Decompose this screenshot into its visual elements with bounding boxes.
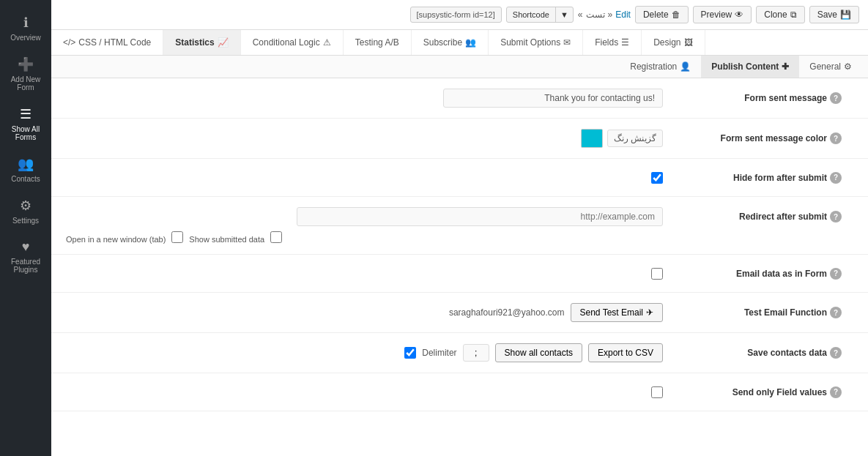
test-email-help[interactable]: ? [830, 307, 842, 318]
save-contacts-control: Delimiter Show all contacts Export to CS… [66, 343, 663, 362]
sidebar-item-overview[interactable]: ℹ Overview [0, 7, 51, 49]
save-contacts-label: Save contacts data ? [663, 347, 853, 359]
color-swatch[interactable] [581, 129, 603, 148]
gear-icon: ⚙ [844, 61, 852, 72]
envelope-icon: ✉ [563, 37, 571, 48]
test-email-label: Test Email Function ? [663, 307, 853, 318]
email-data-checkbox[interactable] [651, 268, 663, 280]
redirect-input[interactable] [297, 207, 663, 226]
row-test-email-function: saraghafouri921@yahoo.com Send Test Emai… [51, 293, 868, 333]
hide-form-checkbox[interactable] [651, 172, 663, 184]
form-sent-message-input[interactable] [443, 89, 663, 108]
sidebar-item-show-all-forms[interactable]: ☰ Show All Forms [0, 99, 51, 149]
tab-general[interactable]: General ⚙ [799, 56, 862, 78]
list-icon: ☰ [20, 106, 31, 122]
show-submitted-data-label: Show submitted data [189, 235, 264, 244]
tab-design[interactable]: Design 🖼 [642, 30, 705, 55]
chart-icon: 📈 [218, 37, 229, 48]
send-only-help[interactable]: ? [830, 386, 842, 398]
show-submitted-data-checkbox[interactable] [270, 231, 282, 243]
delimiter-input[interactable] [463, 344, 489, 362]
form-sent-message-color-label: Form sent message color ? [663, 132, 853, 144]
shortcode-dropdown[interactable]: Shortcode ▼ [506, 7, 574, 23]
trash-icon: 🗑 [672, 10, 680, 20]
form-sent-message-label: Form sent message ? [663, 92, 853, 104]
shortcode-value: [supsystic-form id=12] [410, 7, 502, 23]
email-data-label: Email data as in Form ? [663, 268, 853, 280]
delete-button[interactable]: Delete 🗑 [635, 6, 689, 23]
delimiter-label: Delimiter [422, 348, 456, 358]
redirect-help[interactable]: ? [830, 211, 842, 223]
tab-conditional-logic[interactable]: Conditional Logic ⚠ [241, 30, 344, 55]
fields-icon: ☰ [621, 37, 629, 48]
color-picker: گزینش رنگ [581, 129, 663, 148]
tab-subscribe[interactable]: Subscribe 👥 [412, 30, 489, 55]
form-sent-message-color-help[interactable]: ? [830, 132, 842, 144]
contacts-icon: 👥 [18, 156, 34, 172]
redirect-label: Redirect after submit ? [663, 211, 853, 223]
row-send-only-field-values: Send only Field values ? [51, 373, 868, 411]
email-controls: saraghafouri921@yahoo.com Send Test Emai… [449, 303, 663, 322]
redirect-wrapper [297, 207, 663, 226]
send-only-label: Send only Field values ? [663, 386, 853, 398]
main-content: [supsystic-form id=12] Shortcode ▼ « تست… [51, 0, 868, 456]
send-icon: ✈ [646, 307, 653, 318]
tab-publish-content[interactable]: Publish Content ✚ [701, 56, 799, 78]
secondary-tabs: Registration 👤 Publish Content ✚ General… [51, 56, 868, 78]
save-button[interactable]: Save 💾 [809, 6, 859, 23]
send-only-checkbox[interactable] [651, 386, 663, 398]
row-email-data-as-in-form: Email data as in Form ? [51, 255, 868, 293]
hide-form-help[interactable]: ? [830, 172, 842, 184]
test-email-value: saraghafouri921@yahoo.com [449, 307, 565, 318]
eye-icon: 👁 [735, 10, 743, 20]
tab-submit-options[interactable]: Submit Options ✉ [489, 30, 583, 55]
email-data-control [66, 268, 663, 280]
form-sent-message-control [66, 89, 663, 108]
tab-testing-ab[interactable]: Testing A/B [344, 30, 412, 55]
tab-css-html[interactable]: </> CSS / HTML Code [51, 30, 163, 55]
breadcrumb-separator2: » [608, 10, 613, 20]
user-icon: 👤 [680, 61, 691, 72]
row-hide-form-after-submit: Hide form after submit ? [51, 159, 868, 197]
save-contacts-checkbox[interactable] [404, 347, 416, 359]
form-sent-message-color-control: گزینش رنگ [66, 129, 663, 148]
email-data-help[interactable]: ? [830, 268, 842, 280]
save-contacts-help[interactable]: ? [830, 347, 842, 359]
hide-form-control [66, 172, 663, 184]
open-new-window-checkbox[interactable] [171, 231, 183, 243]
tab-statistics[interactable]: Statistics 📈 [163, 30, 240, 55]
sidebar-item-add-new-form[interactable]: ➕ Add New Form [0, 49, 51, 99]
row-redirect-after-submit: Redirect after submit ? Open in a new wi… [51, 197, 868, 255]
dropdown-arrow[interactable]: ▼ [555, 7, 573, 22]
sidebar-item-featured-plugins[interactable]: ♥ Featured Plugins [0, 232, 51, 281]
preview-button[interactable]: Preview 👁 [693, 6, 752, 23]
delimiter-row: Delimiter Show all contacts Export to CS… [404, 343, 663, 362]
sidebar-item-contacts[interactable]: 👥 Contacts [0, 149, 51, 190]
clone-button[interactable]: Clone ⧉ [756, 6, 804, 23]
form-sent-message-help[interactable]: ? [830, 92, 842, 104]
image-icon: 🖼 [684, 37, 693, 48]
test-email-control: saraghafouri921@yahoo.com Send Test Emai… [66, 303, 663, 322]
warning-icon: ⚠ [323, 37, 331, 48]
redirect-control [66, 207, 663, 226]
color-label[interactable]: گزینش رنگ [607, 130, 663, 147]
tab-registration[interactable]: Registration 👤 [620, 56, 701, 78]
settings-icon: ⚙ [20, 198, 31, 214]
send-test-email-button[interactable]: Send Test Email ✈ [571, 303, 664, 322]
form-settings-panel: Form sent message ? گزینش رنگ Form sent … [51, 78, 868, 456]
sidebar: ℹ Overview ➕ Add New Form ☰ Show All For… [0, 0, 51, 456]
row-form-sent-message: Form sent message ? [51, 78, 868, 119]
show-all-contacts-button[interactable]: Show all contacts [495, 343, 582, 362]
breadcrumb-separator: « [578, 10, 583, 20]
top-bar: [supsystic-form id=12] Shortcode ▼ « تست… [51, 0, 868, 30]
plus-icon2: ✚ [782, 61, 789, 72]
tab-fields[interactable]: Fields ☰ [583, 30, 642, 55]
send-only-control [66, 386, 663, 398]
export-csv-button[interactable]: Export to CSV [588, 343, 663, 362]
copy-icon: ⧉ [790, 10, 797, 20]
sidebar-item-settings[interactable]: ⚙ Settings [0, 190, 51, 232]
row-save-contacts-data: Delimiter Show all contacts Export to CS… [51, 333, 868, 373]
breadcrumb: « تست » Edit [578, 10, 631, 20]
plus-icon: ➕ [18, 56, 34, 72]
row-form-sent-message-color: گزینش رنگ Form sent message color ? [51, 119, 868, 159]
